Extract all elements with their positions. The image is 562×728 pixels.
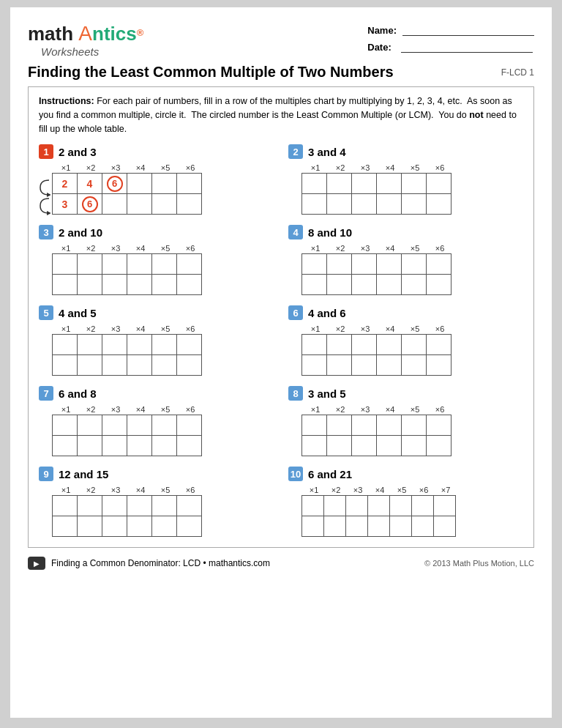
top-header: math Antics® Worksheets Name: Date:: [28, 22, 534, 58]
table-cell: [177, 194, 202, 215]
footer: ▶ Finding a Common Denominator: LCD • ma…: [28, 554, 534, 570]
table-row: [53, 254, 202, 275]
table-row: [302, 496, 456, 516]
footer-copyright: © 2013 Math Plus Motion, LLC: [424, 559, 534, 568]
table-row: 3 6: [53, 194, 202, 215]
problem-3-headers: ×1 ×2 ×3 ×4 ×5 ×6: [53, 244, 274, 253]
logo-worksheets: Worksheets: [41, 45, 143, 58]
table-cell: 6: [78, 194, 102, 215]
problem-8-headers: ×1 ×2 ×3 ×4 ×5 ×6: [303, 405, 523, 414]
problem-1-label: 2 and 3: [59, 146, 97, 158]
play-button-icon[interactable]: ▶: [28, 557, 45, 570]
problem-4-table: [301, 253, 452, 295]
table-row: [302, 194, 452, 215]
logo-math: math: [28, 23, 78, 45]
problem-10: 10 6 and 21 ×1 ×2 ×3 ×4 ×5 ×6 ×7: [288, 467, 523, 537]
page-title: Finding the Least Common Multiple of Two…: [28, 64, 394, 81]
table-row: [53, 275, 202, 295]
problem-5-label: 4 and 5: [59, 307, 97, 319]
problem-3-label: 2 and 10: [59, 226, 102, 239]
problem-10-label: 6 and 21: [308, 468, 352, 480]
table-row: [53, 516, 202, 537]
page-code: F-LCD 1: [501, 67, 534, 78]
problems-grid: 1 2 and 3 ×1 ×2 ×3 ×4 ×5 ×6: [39, 144, 523, 537]
problem-1-headers: ×1 ×2 ×3 ×4 ×5 ×6: [53, 163, 274, 172]
problem-4-headers: ×1 ×2 ×3 ×4 ×5 ×6: [303, 244, 523, 253]
problem-9-label: 12 and 15: [59, 468, 108, 480]
table-row: [302, 516, 456, 537]
main-box: Instructions: For each pair of numbers, …: [28, 86, 534, 548]
problem-4-header: 4 8 and 10: [288, 225, 523, 239]
table-cell: [127, 194, 152, 215]
table-row: [53, 415, 202, 436]
logo: math Antics®: [28, 22, 143, 45]
problem-7-headers: ×1 ×2 ×3 ×4 ×5 ×6: [53, 405, 274, 414]
problem-7: 7 6 and 8 ×1 ×2 ×3 ×4 ×5 ×6: [39, 386, 274, 456]
problem-9-header: 9 12 and 15: [39, 467, 274, 481]
problem-9: 9 12 and 15 ×1 ×2 ×3 ×4 ×5 ×6: [39, 467, 274, 537]
table-cell: 2: [53, 174, 78, 194]
table-cell: [152, 174, 177, 194]
problem-10-headers: ×1 ×2 ×3 ×4 ×5 ×6 ×7: [303, 486, 523, 494]
name-row: Name:: [367, 25, 534, 36]
table-row: [302, 335, 452, 355]
table-row: [53, 335, 202, 355]
problem-1-header: 1 2 and 3: [39, 144, 274, 159]
table-row: [302, 174, 452, 194]
problem-3-num: 3: [39, 225, 53, 239]
logo-ntics: ntics: [92, 23, 137, 45]
problem-2: 2 3 and 4 ×1 ×2 ×3 ×4 ×5 ×6: [288, 144, 523, 215]
table-cell: [127, 174, 152, 194]
problem-3: 3 2 and 10 ×1 ×2 ×3 ×4 ×5 ×6: [39, 225, 274, 295]
problem-5-num: 5: [39, 305, 53, 320]
logo-area: math Antics® Worksheets: [28, 22, 143, 58]
problem-2-num: 2: [288, 144, 303, 159]
table-row: 2 4 6: [53, 174, 202, 194]
problem-8: 8 3 and 5 ×1 ×2 ×3 ×4 ×5 ×6: [288, 386, 523, 456]
problem-5-headers: ×1 ×2 ×3 ×4 ×5 ×6: [53, 324, 274, 333]
problem-9-table: [52, 495, 202, 537]
problem-10-table: [301, 495, 456, 537]
problem-8-header: 8 3 and 5: [288, 386, 523, 401]
problem-10-header: 10 6 and 21: [288, 467, 523, 481]
table-row: [302, 254, 452, 275]
problem-2-table: [301, 173, 452, 215]
table-row: [53, 436, 202, 456]
problem-1-table: 2 4 6 3 6: [52, 173, 202, 215]
date-label: Date:: [367, 42, 395, 53]
problem-4: 4 8 and 10 ×1 ×2 ×3 ×4 ×5 ×6: [288, 225, 523, 295]
problem-5-table: [52, 334, 202, 376]
problem-3-table: [52, 253, 202, 295]
table-row: [302, 415, 452, 436]
problem-6: 6 4 and 6 ×1 ×2 ×3 ×4 ×5 ×6: [288, 305, 523, 376]
problem-1-num: 1: [39, 144, 53, 159]
table-cell: 4: [78, 174, 102, 194]
table-row: [302, 436, 452, 456]
date-line: [401, 42, 533, 53]
page: math Antics® Worksheets Name: Date: Find…: [10, 7, 552, 718]
table-cell: [152, 194, 177, 215]
problem-5-header: 5 4 and 5: [39, 305, 274, 320]
table-cell: [177, 174, 202, 194]
problem-7-table: [52, 415, 202, 456]
problem-8-label: 3 and 5: [308, 387, 346, 400]
name-line: [402, 26, 534, 36]
arrows-icon: [39, 173, 50, 217]
instructions: Instructions: For each pair of numbers, …: [39, 94, 523, 135]
problem-8-table: [301, 415, 452, 456]
problem-10-num: 10: [288, 467, 303, 481]
logo-A: A: [78, 22, 92, 45]
name-date-area: Name: Date:: [367, 25, 534, 53]
problem-2-header: 2 3 and 4: [288, 144, 523, 159]
title-row: Finding the Least Common Multiple of Two…: [28, 64, 534, 81]
problem-7-label: 6 and 8: [59, 387, 97, 400]
problem-6-num: 6: [288, 305, 303, 320]
problem-3-header: 3 2 and 10: [39, 225, 274, 239]
table-cell: 6: [102, 174, 127, 194]
problem-9-headers: ×1 ×2 ×3 ×4 ×5 ×6: [53, 486, 274, 494]
table-cell: [102, 194, 127, 215]
table-row: [53, 355, 202, 376]
table-row: [53, 496, 202, 516]
date-row: Date:: [367, 42, 534, 53]
table-row: [302, 275, 452, 295]
